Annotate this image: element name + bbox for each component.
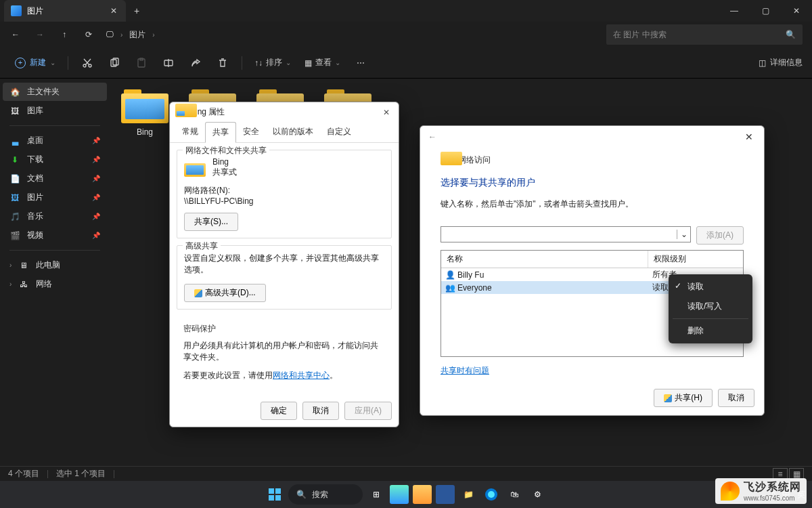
dialog-close-button[interactable]: ✕ (742, 131, 756, 142)
advanced-share-button[interactable]: 高级共享(D)... (184, 284, 266, 302)
sidebar-label: 网络 (36, 278, 52, 290)
taskbar-store[interactable]: 🛍 (505, 485, 524, 504)
up-button[interactable]: ↑ (53, 24, 76, 45)
sort-button[interactable]: ↑↓ 排序 ⌄ (249, 54, 296, 71)
share-button[interactable]: 共享(H) (654, 389, 713, 407)
share-button[interactable] (183, 53, 208, 73)
chevron-right-icon: › (9, 280, 12, 288)
taskbar-search[interactable]: 🔍搜索 (288, 484, 363, 505)
share-label: 共享(H) (675, 393, 702, 402)
monitor-icon: 🖵 (106, 30, 114, 39)
sidebar-item-desktop[interactable]: ▃桌面📌 (3, 131, 107, 150)
tab-customize[interactable]: 自定义 (320, 122, 358, 142)
minimize-button[interactable]: ― (719, 0, 750, 22)
taskbar-settings[interactable]: ⚙ (528, 485, 547, 504)
chevron-down-icon: ⌄ (286, 59, 291, 66)
user-combo-input[interactable]: ⌄ (441, 226, 691, 242)
paste-button[interactable] (129, 53, 154, 73)
tab-close-button[interactable]: ✕ (108, 6, 119, 16)
forward-button[interactable]: → (28, 24, 51, 45)
sidebar-label: 桌面 (27, 135, 43, 146)
menu-item-readwrite[interactable]: 读取/写入 (669, 297, 752, 316)
refresh-button[interactable]: ⟳ (77, 24, 100, 45)
search-input[interactable]: 在 图片 中搜索 🔍 (606, 24, 803, 45)
tab-share[interactable]: 共享 (205, 122, 236, 143)
dialog-heading: 选择要与其共享的用户 (441, 177, 744, 189)
pin-icon: 📌 (92, 156, 100, 163)
delete-button[interactable] (210, 53, 235, 73)
home-icon: 🏠 (9, 87, 20, 98)
pwd-post: 。 (330, 371, 338, 380)
shield-icon (664, 394, 672, 402)
dialog-titlebar[interactable]: ← ✕ (420, 126, 764, 148)
separator (68, 56, 68, 70)
password-text-2: 若要更改此设置，请使用网络和共享中心。 (183, 370, 385, 381)
svg-rect-7 (269, 488, 274, 494)
gallery-icon: 🖼 (9, 106, 20, 117)
network-center-link[interactable]: 网络和共享中心 (273, 371, 330, 380)
copy-button[interactable] (102, 53, 127, 73)
dialog-titlebar[interactable]: Bing 属性 ✕ (170, 102, 399, 122)
tab-general[interactable]: 常规 (175, 122, 205, 142)
taskbar-app[interactable] (413, 485, 432, 504)
chevron-right-icon: › (9, 261, 12, 269)
col-level[interactable]: 权限级别 (648, 251, 743, 268)
separator (9, 125, 100, 126)
menu-item-read[interactable]: 读取 (669, 277, 752, 297)
tab-pictures[interactable]: 图片 ✕ (4, 0, 126, 22)
cancel-button[interactable]: 取消 (302, 402, 339, 420)
details-pane-button[interactable]: ◫ 详细信息 (759, 57, 803, 68)
folder-bing[interactable]: Bing (118, 87, 172, 137)
back-button[interactable]: ← (428, 132, 436, 142)
apply-button[interactable]: 应用(A) (344, 402, 392, 420)
chevron-down-icon: ⌄ (677, 230, 687, 239)
folder-icon (175, 108, 186, 117)
sidebar-item-downloads[interactable]: ⬇下载📌 (3, 150, 107, 169)
sidebar-item-thispc[interactable]: ›🖥此电脑 (3, 256, 107, 274)
row-level: 读取 (652, 282, 669, 293)
taskbar-app[interactable] (436, 485, 455, 504)
ok-button[interactable]: 确定 (261, 402, 297, 420)
new-button[interactable]: + 新建 ⌄ (9, 54, 61, 71)
cancel-button[interactable]: 取消 (718, 389, 754, 407)
sidebar: 🏠主文件夹 🖼图库 ▃桌面📌 ⬇下载📌 📄文档📌 🖼图片📌 🎵音乐📌 🎬视频📌 … (0, 79, 110, 466)
dialog-instruction: 键入名称，然后单击"添加"，或者单击箭头查找用户。 (441, 198, 744, 210)
pictures-icon: 🖼 (9, 192, 20, 203)
taskbar-edge[interactable] (482, 485, 501, 504)
sidebar-item-network[interactable]: ›🖧网络 (3, 275, 107, 293)
new-tab-button[interactable]: + (126, 5, 148, 16)
maximize-button[interactable]: ▢ (750, 0, 781, 22)
sidebar-item-music[interactable]: 🎵音乐📌 (3, 207, 107, 226)
cut-button[interactable] (75, 53, 99, 73)
dialog-close-button[interactable]: ✕ (380, 108, 393, 117)
task-view-button[interactable]: ⊞ (367, 485, 386, 504)
sidebar-label: 图片 (27, 192, 43, 203)
breadcrumb-pictures[interactable]: 图片 (129, 29, 145, 41)
sidebar-item-videos[interactable]: 🎬视频📌 (3, 226, 107, 245)
share-status: 共享式 (212, 167, 237, 178)
rename-button[interactable] (156, 53, 181, 73)
address-bar[interactable]: 🖵 › 图片 › (106, 29, 155, 41)
view-button[interactable]: ▦ 查看 ⌄ (299, 54, 346, 71)
sidebar-item-pictures[interactable]: 🖼图片📌 (3, 188, 107, 207)
more-button[interactable]: ⋯ (348, 53, 373, 73)
back-button[interactable]: ← (4, 24, 27, 45)
close-button[interactable]: ✕ (781, 0, 812, 22)
start-button[interactable] (265, 485, 284, 504)
menu-item-remove[interactable]: 删除 (669, 321, 752, 341)
sidebar-item-home[interactable]: 🏠主文件夹 (3, 83, 107, 101)
search-placeholder: 在 图片 中搜索 (613, 29, 667, 41)
tab-previous-versions[interactable]: 以前的版本 (266, 122, 320, 142)
sidebar-item-gallery[interactable]: 🖼图库 (3, 102, 107, 120)
shield-icon (194, 289, 202, 297)
sidebar-item-documents[interactable]: 📄文档📌 (3, 169, 107, 188)
taskbar-app[interactable] (390, 485, 409, 504)
help-link[interactable]: 共享时有问题 (441, 366, 489, 375)
add-button[interactable]: 添加(A) (696, 226, 744, 245)
tab-security[interactable]: 安全 (236, 122, 266, 142)
taskbar-explorer[interactable]: 📁 (459, 485, 478, 504)
details-label: 详细信息 (770, 57, 803, 68)
col-name[interactable]: 名称 (441, 251, 648, 268)
pin-icon: 📌 (92, 175, 100, 182)
share-button[interactable]: 共享(S)... (184, 213, 238, 231)
